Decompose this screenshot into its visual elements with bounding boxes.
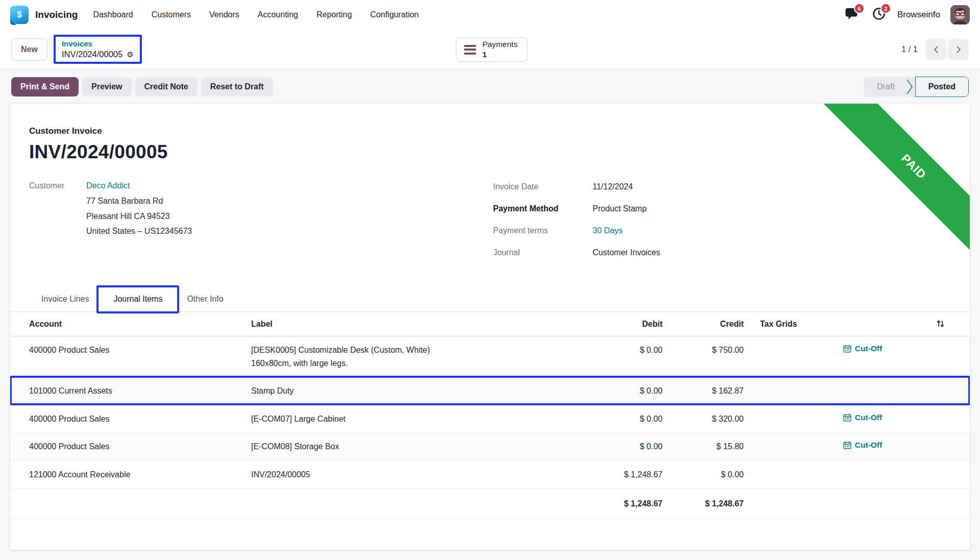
payments-smart-button[interactable]: Payments 1 — [456, 37, 527, 62]
optional-columns-icon[interactable] — [936, 318, 945, 330]
messages-badge: 6 — [854, 3, 865, 14]
cell-debit: $ 0.00 — [581, 433, 663, 461]
field-row-payment-method: Payment MethodProduct Stamp — [493, 204, 951, 213]
cell-optional — [936, 460, 970, 489]
tab-journal-items[interactable]: Journal Items — [101, 287, 175, 311]
breadcrumb-current: INV/2024/00005 ⚙ — [62, 49, 134, 60]
total-debit: $ 1,248.67 — [581, 489, 663, 519]
invoice-number-heading: INV/2024/00005 — [29, 141, 951, 163]
breadcrumb-current-label: INV/2024/00005 — [62, 49, 122, 60]
cutoff-button[interactable]: Cut-Off — [840, 440, 885, 450]
nav-item-customers[interactable]: Customers — [152, 10, 191, 19]
status-draft[interactable]: Draft — [864, 77, 904, 97]
preview-button[interactable]: Preview — [82, 77, 131, 96]
cell-debit: $ 0.00 — [581, 336, 663, 377]
table-header-row: Account Label Debit Credit Tax Grids — [10, 312, 970, 336]
new-button[interactable]: New — [11, 38, 47, 61]
table-row[interactable]: 400000 Product Sales[E-COM07] Large Cabi… — [10, 405, 970, 433]
field-value-journal: Customer Invoices — [593, 248, 660, 257]
cutoff-button[interactable]: Cut-Off — [840, 344, 885, 354]
field-row-payment-terms: Payment terms30 Days — [493, 226, 951, 235]
invoice-fields: Invoice Date11/12/2024Payment MethodProd… — [493, 181, 951, 270]
cell-account: 400000 Product Sales — [10, 433, 232, 461]
nav-item-reporting[interactable]: Reporting — [316, 10, 352, 19]
user-name[interactable]: Browseinfo — [897, 10, 940, 20]
pager-next-button[interactable] — [948, 39, 969, 60]
nav-menu: DashboardCustomersVendorsAccountingRepor… — [93, 10, 419, 19]
pager-previous-button[interactable] — [925, 39, 946, 60]
breadcrumb-invoices-link[interactable]: Invoices — [62, 39, 134, 49]
total-credit: $ 1,248.67 — [663, 489, 744, 519]
annotation-box-journal-items-tab — [96, 285, 179, 313]
messages-button[interactable]: 6 — [844, 7, 861, 22]
cell-credit: $ 320.00 — [663, 405, 744, 433]
cell-optional — [936, 336, 970, 377]
calendar-icon — [843, 413, 851, 422]
table-row[interactable]: 101000 Current AssetsStamp Duty$ 0.00$ 1… — [10, 377, 970, 405]
customer-field-label: Customer — [29, 181, 86, 190]
list-bars-icon — [464, 45, 476, 55]
nav-item-accounting[interactable]: Accounting — [258, 10, 298, 19]
pager: 1 / 1 — [901, 39, 969, 60]
nav-item-dashboard[interactable]: Dashboard — [93, 10, 133, 19]
table-row[interactable]: 400000 Product Sales[DESK0005] Customiza… — [10, 336, 970, 377]
totals-row: $ 1,248.67 $ 1,248.67 — [10, 489, 970, 519]
customer-name-link[interactable]: Deco Addict — [86, 181, 130, 190]
nav-item-configuration[interactable]: Configuration — [370, 10, 419, 19]
table-row[interactable]: 121000 Account ReceivableINV/2024/00005$… — [10, 460, 970, 489]
gear-icon[interactable]: ⚙ — [127, 50, 133, 60]
field-label-payment-terms: Payment terms — [493, 226, 593, 235]
header-account[interactable]: Account — [10, 312, 232, 336]
tab-other-info[interactable]: Other Info — [175, 287, 235, 311]
cell-label: [E-COM08] Storage Box — [232, 433, 581, 461]
status-posted[interactable]: Posted — [915, 77, 969, 97]
cell-account: 400000 Product Sales — [10, 405, 232, 433]
header-credit[interactable]: Credit — [663, 312, 744, 336]
cell-tax-grids: Cut-Off — [744, 336, 936, 377]
print-and-send-button[interactable]: Print & Send — [11, 77, 79, 96]
navbar-right: 6 2 Browseinfo — [844, 5, 970, 25]
header-debit[interactable]: Debit — [581, 312, 663, 336]
cell-debit: $ 1,248.67 — [581, 460, 663, 489]
address-line: United States – US12345673 — [86, 224, 488, 239]
customer-block: Customer Deco Addict 77 Santa Barbara Rd… — [29, 181, 488, 270]
nav-item-vendors[interactable]: Vendors — [209, 10, 239, 19]
table-row[interactable]: 400000 Product Sales[E-COM08] Storage Bo… — [10, 433, 970, 461]
cell-tax-grids — [744, 377, 936, 405]
cell-account: 400000 Product Sales — [10, 336, 232, 377]
customer-address: 77 Santa Barbara Rd Pleasant Hill CA 945… — [86, 193, 488, 239]
cell-credit: $ 0.00 — [663, 460, 744, 489]
cell-credit: $ 750.00 — [663, 336, 744, 377]
calendar-icon — [843, 345, 851, 353]
tab-invoice-lines[interactable]: Invoice Lines — [29, 287, 101, 311]
field-value-invoice-date: 11/12/2024 — [593, 182, 633, 191]
calendar-icon — [843, 441, 851, 449]
payments-label: Payments — [482, 39, 518, 50]
invoicing-app-icon[interactable]: $ — [10, 6, 29, 24]
header-tax-grids[interactable]: Tax Grids — [744, 312, 936, 336]
secondary-buttons: PreviewCredit NoteReset to Draft — [82, 77, 273, 96]
field-value-payment-method: Product Stamp — [593, 204, 647, 213]
cell-label: INV/2024/00005 — [232, 460, 581, 489]
cell-optional — [936, 433, 970, 461]
cell-credit: $ 162.87 — [663, 377, 744, 405]
activities-button[interactable]: 2 — [871, 7, 887, 22]
pager-value: 1 / 1 — [901, 44, 918, 54]
activities-badge: 2 — [880, 3, 891, 14]
field-value-payment-terms[interactable]: 30 Days — [593, 226, 623, 235]
field-label-invoice-date: Invoice Date — [493, 182, 593, 191]
action-bar: Print & Send PreviewCredit NoteReset to … — [0, 69, 980, 104]
credit-note-button[interactable]: Credit Note — [135, 77, 198, 96]
journal-items-table: Account Label Debit Credit Tax Grids 400… — [10, 312, 970, 519]
cutoff-button[interactable]: Cut-Off — [840, 412, 885, 423]
cell-label: [E-COM07] Large Cabinet — [232, 405, 581, 433]
cell-label: [DESK0005] Customizable Desk (Custom, Wh… — [232, 336, 581, 377]
cell-tax-grids — [744, 460, 936, 489]
cell-account: 121000 Account Receivable — [10, 460, 232, 489]
breadcrumb: Invoices INV/2024/00005 ⚙ — [56, 37, 140, 62]
status-widget: Draft Posted — [864, 77, 969, 97]
user-avatar[interactable] — [950, 5, 970, 25]
cell-debit: $ 0.00 — [581, 405, 663, 433]
reset-to-draft-button[interactable]: Reset to Draft — [201, 77, 273, 96]
header-label[interactable]: Label — [232, 312, 581, 336]
